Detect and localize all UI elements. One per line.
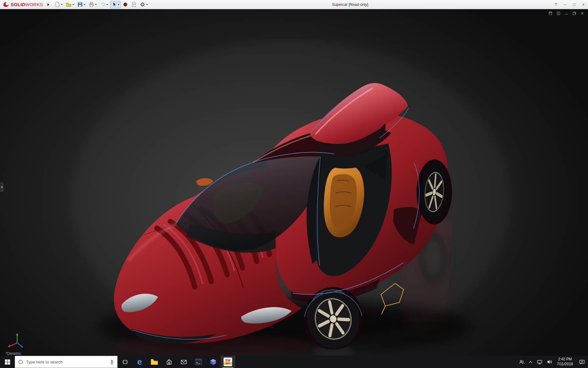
save-icon xyxy=(77,2,83,7)
maximize-button[interactable]: □ xyxy=(570,0,579,9)
rebuild-button[interactable] xyxy=(122,1,129,8)
dropdown-caret-icon[interactable] xyxy=(84,4,85,5)
view-orientation-label: *Dimetric xyxy=(6,351,21,356)
doc-window-icon[interactable] xyxy=(548,11,552,15)
taskbar-clock[interactable]: 2:42 PM 7/11/2018 xyxy=(554,357,576,366)
cube-3d-icon xyxy=(210,358,217,366)
document-window-controls xyxy=(548,11,584,15)
speaker-icon xyxy=(547,359,552,364)
save-button[interactable] xyxy=(76,1,87,8)
file-explorer-icon xyxy=(151,359,158,365)
hidden-icons-button[interactable] xyxy=(527,356,535,368)
windows-logo-icon xyxy=(5,359,10,365)
solidworks-logo: SOLIDWORKS xyxy=(2,1,43,8)
microphone-icon[interactable] xyxy=(110,359,114,365)
print-icon xyxy=(89,2,94,7)
action-center-button[interactable] xyxy=(576,356,588,368)
doc-minimize-icon[interactable] xyxy=(564,11,568,15)
new-document-button[interactable] xyxy=(54,1,64,8)
undo-icon xyxy=(100,2,105,7)
edge-icon: e xyxy=(137,358,142,366)
minimize-button[interactable]: – xyxy=(560,0,570,9)
doc-close-icon[interactable] xyxy=(580,11,584,15)
options-gear-icon xyxy=(140,2,145,7)
volume-button[interactable] xyxy=(545,356,554,368)
doc-window-icon-2[interactable] xyxy=(556,11,560,15)
close-button[interactable]: × xyxy=(579,0,588,9)
taskbar-app-solidworks[interactable]: SW 2017 xyxy=(221,356,235,368)
clock-time: 2:42 PM xyxy=(557,357,573,362)
options-button[interactable] xyxy=(139,1,149,8)
taskbar-app-mail[interactable] xyxy=(176,356,191,368)
titlebar[interactable]: SOLIDWORKS xyxy=(0,0,588,9)
print-button[interactable] xyxy=(88,1,98,8)
featuremanager-flyout-arrow[interactable] xyxy=(0,182,3,192)
help-button[interactable]: ? xyxy=(551,0,560,9)
system-tray: 2:42 PM 7/11/2018 xyxy=(517,356,588,368)
dropdown-caret-icon[interactable] xyxy=(146,4,148,5)
menu-expand-arrow-icon[interactable] xyxy=(47,3,49,6)
undo-button[interactable] xyxy=(99,1,109,8)
quick-access-toolbar xyxy=(54,1,149,8)
car-model-render[interactable] xyxy=(0,9,588,356)
people-button[interactable] xyxy=(517,356,527,368)
mail-envelope-icon xyxy=(181,359,187,365)
window-controls: ? – □ × xyxy=(551,0,588,9)
rebuild-icon xyxy=(123,2,128,7)
taskbar-app-console[interactable] xyxy=(191,356,206,368)
start-button[interactable] xyxy=(0,356,15,368)
dropdown-caret-icon[interactable] xyxy=(72,4,74,5)
chevron-up-icon xyxy=(529,361,533,363)
solidworks-app-icon: SW 2017 xyxy=(224,358,232,366)
console-window-icon xyxy=(195,358,202,366)
taskbar-search[interactable]: Type here to search xyxy=(15,356,118,368)
network-icon xyxy=(537,359,542,364)
open-button[interactable] xyxy=(65,1,75,8)
orientation-triad[interactable] xyxy=(5,329,26,351)
dropdown-caret-icon[interactable] xyxy=(95,4,97,5)
clock-date: 7/11/2018 xyxy=(557,362,573,367)
doc-restore-icon[interactable] xyxy=(572,11,576,15)
cortana-ring-icon xyxy=(18,359,23,365)
window-title: Supercar [Read-only] xyxy=(149,2,551,7)
task-view-icon xyxy=(122,359,128,365)
taskbar: Type here to search e xyxy=(0,356,588,368)
taskbar-app-file-explorer[interactable] xyxy=(147,356,162,368)
file-properties-icon xyxy=(131,2,137,7)
people-icon xyxy=(519,359,525,365)
search-placeholder: Type here to search xyxy=(26,360,107,364)
store-bag-icon xyxy=(166,359,172,365)
graphics-viewport[interactable]: *Dimetric xyxy=(0,9,588,356)
taskbar-app-edge[interactable]: e xyxy=(132,356,147,368)
select-button[interactable] xyxy=(110,1,121,8)
dropdown-caret-icon[interactable] xyxy=(106,4,108,5)
select-cursor-icon xyxy=(111,2,117,7)
taskbar-app-cube-3d[interactable] xyxy=(206,356,221,368)
taskbar-app-store[interactable] xyxy=(162,356,176,368)
new-document-icon xyxy=(55,2,60,7)
dropdown-caret-icon[interactable] xyxy=(61,4,63,5)
task-view-button[interactable] xyxy=(118,356,132,368)
file-properties-button[interactable] xyxy=(130,1,138,8)
solidworks-logo-icon xyxy=(2,1,9,8)
chevron-left-icon xyxy=(1,186,2,188)
solidworks-window: SOLIDWORKS xyxy=(0,0,588,368)
dropdown-caret-icon[interactable] xyxy=(118,4,119,5)
open-folder-icon xyxy=(66,2,71,7)
brand-text: SOLIDWORKS xyxy=(11,2,43,7)
network-button[interactable] xyxy=(535,356,545,368)
action-center-icon xyxy=(579,359,585,365)
